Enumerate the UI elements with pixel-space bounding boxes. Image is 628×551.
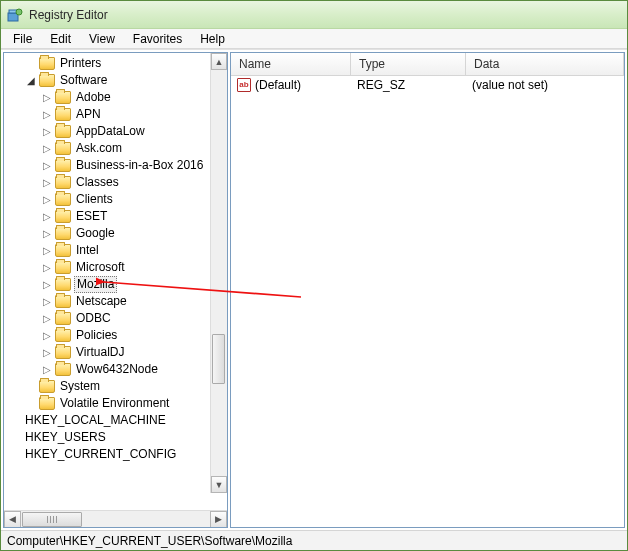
expand-icon[interactable]: ▷ [42, 246, 52, 256]
window-title: Registry Editor [29, 8, 108, 22]
tree-item[interactable]: ▷Adobe [6, 89, 227, 106]
hscroll-thumb[interactable] [22, 512, 82, 527]
list-pane: Name Type Data ab(Default)REG_SZ(value n… [230, 52, 625, 528]
expand-icon[interactable]: ▷ [42, 331, 52, 341]
tree-item-label: ODBC [74, 311, 113, 326]
menu-help[interactable]: Help [192, 30, 233, 48]
expand-icon[interactable]: ▷ [42, 263, 52, 273]
menu-edit[interactable]: Edit [42, 30, 79, 48]
tree-item[interactable]: ▷Ask.com [6, 140, 227, 157]
tree-item-label: Adobe [74, 90, 113, 105]
status-path: Computer\HKEY_CURRENT_USER\Software\Mozi… [7, 534, 292, 548]
list-row[interactable]: ab(Default)REG_SZ(value not set) [231, 76, 624, 93]
scroll-right-arrow-icon[interactable]: ▶ [210, 511, 227, 528]
folder-icon [55, 91, 71, 104]
folder-icon [55, 244, 71, 257]
value-name: (Default) [255, 78, 301, 92]
folder-icon [39, 74, 55, 87]
tree-item-label: HKEY_USERS [23, 430, 108, 445]
expand-icon[interactable]: ▷ [42, 348, 52, 358]
expand-icon[interactable]: ▷ [42, 314, 52, 324]
tree-item-label: System [58, 379, 102, 394]
tree-item-label: Policies [74, 328, 119, 343]
tree-item-label: Mozilla [74, 276, 117, 293]
tree-item[interactable]: ▷Volatile Environment [6, 395, 227, 412]
menubar: File Edit View Favorites Help [1, 29, 627, 49]
tree-item[interactable]: ▷Business-in-a-Box 2016 [6, 157, 227, 174]
tree-item-label: VirtualDJ [74, 345, 126, 360]
scroll-up-arrow-icon[interactable]: ▲ [211, 53, 227, 70]
tree-item[interactable]: ▷Microsoft [6, 259, 227, 276]
expand-icon[interactable]: ▷ [42, 144, 52, 154]
folder-icon [55, 142, 71, 155]
tree-item[interactable]: ▷Mozilla [6, 276, 227, 293]
tree-item[interactable]: ▷Google [6, 225, 227, 242]
tree-item[interactable]: ▷HKEY_LOCAL_MACHINE [6, 412, 227, 429]
scroll-left-arrow-icon[interactable]: ◀ [4, 511, 21, 528]
scroll-down-arrow-icon[interactable]: ▼ [211, 476, 227, 493]
expand-icon[interactable]: ▷ [42, 229, 52, 239]
column-data[interactable]: Data [466, 53, 624, 75]
expand-icon[interactable]: ▷ [42, 195, 52, 205]
tree-item[interactable]: ▷Intel [6, 242, 227, 259]
scroll-track[interactable] [211, 70, 227, 476]
tree-item[interactable]: ▷Printers [6, 55, 227, 72]
expand-icon[interactable]: ▷ [42, 212, 52, 222]
tree-item-label: Printers [58, 56, 103, 71]
tree-item-label: ESET [74, 209, 109, 224]
folder-icon [55, 227, 71, 240]
value-type: REG_SZ [351, 78, 466, 92]
horizontal-scrollbar[interactable]: ◀ ▶ [4, 510, 227, 527]
list-body[interactable]: ab(Default)REG_SZ(value not set) [231, 76, 624, 527]
expand-icon[interactable]: ▷ [42, 365, 52, 375]
tree-item[interactable]: ▷Policies [6, 327, 227, 344]
expand-icon[interactable]: ▷ [42, 280, 52, 290]
tree-item-label: AppDataLow [74, 124, 147, 139]
collapse-icon[interactable]: ◢ [26, 76, 36, 86]
tree-item[interactable]: ▷VirtualDJ [6, 344, 227, 361]
tree-item-label: Classes [74, 175, 121, 190]
tree-item[interactable]: ▷ODBC [6, 310, 227, 327]
tree-item-label: Google [74, 226, 117, 241]
folder-icon [55, 312, 71, 325]
value-data: (value not set) [466, 78, 624, 92]
tree-item-label: Software [58, 73, 109, 88]
menu-file[interactable]: File [5, 30, 40, 48]
string-value-icon: ab [237, 78, 251, 92]
tree-item[interactable]: ▷ESET [6, 208, 227, 225]
tree-item[interactable]: ▷Wow6432Node [6, 361, 227, 378]
tree-item-label: Clients [74, 192, 115, 207]
tree-item-label: HKEY_CURRENT_CONFIG [23, 447, 178, 462]
tree-item[interactable]: ▷Classes [6, 174, 227, 191]
menu-view[interactable]: View [81, 30, 123, 48]
expand-icon[interactable]: ▷ [42, 161, 52, 171]
tree-view[interactable]: ▷Printers◢Software▷Adobe▷APN▷AppDataLow▷… [4, 53, 227, 510]
column-type[interactable]: Type [351, 53, 466, 75]
expand-icon[interactable]: ▷ [42, 127, 52, 137]
tree-item[interactable]: ◢Software [6, 72, 227, 89]
tree-item[interactable]: ▷APN [6, 106, 227, 123]
folder-icon [55, 346, 71, 359]
folder-icon [55, 295, 71, 308]
hscroll-track[interactable] [21, 511, 210, 528]
list-header: Name Type Data [231, 53, 624, 76]
tree-item[interactable]: ▷AppDataLow [6, 123, 227, 140]
tree-item[interactable]: ▷HKEY_USERS [6, 429, 227, 446]
tree-item[interactable]: ▷System [6, 378, 227, 395]
expand-icon[interactable]: ▷ [42, 110, 52, 120]
tree-item[interactable]: ▷Netscape [6, 293, 227, 310]
tree-item[interactable]: ▷HKEY_CURRENT_CONFIG [6, 446, 227, 463]
registry-editor-window: Registry Editor File Edit View Favorites… [0, 0, 628, 551]
vertical-scrollbar[interactable]: ▲ ▼ [210, 53, 227, 493]
folder-icon [55, 329, 71, 342]
titlebar[interactable]: Registry Editor [1, 1, 627, 29]
expand-icon[interactable]: ▷ [42, 93, 52, 103]
folder-icon [55, 261, 71, 274]
scroll-thumb[interactable] [212, 334, 225, 384]
tree-item[interactable]: ▷Clients [6, 191, 227, 208]
expand-icon[interactable]: ▷ [42, 297, 52, 307]
folder-icon [55, 278, 71, 291]
expand-icon[interactable]: ▷ [42, 178, 52, 188]
column-name[interactable]: Name [231, 53, 351, 75]
menu-favorites[interactable]: Favorites [125, 30, 190, 48]
